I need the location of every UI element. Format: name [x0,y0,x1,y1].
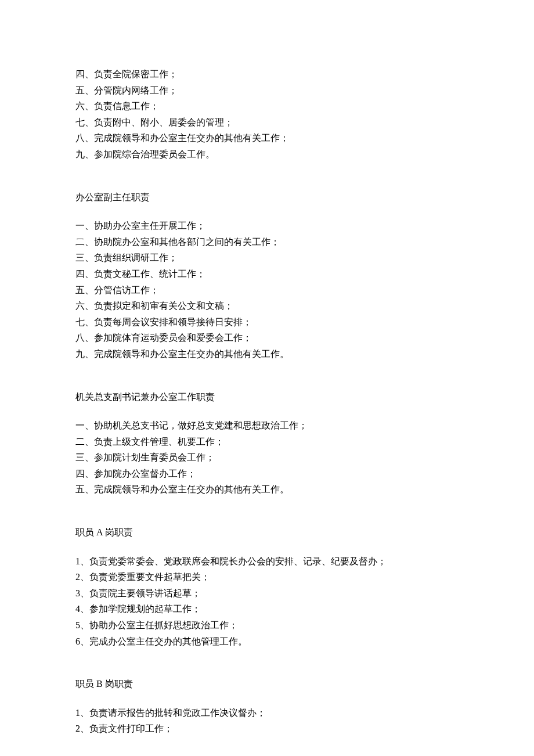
list-item: 5、协助办公室主任抓好思想政治工作； [75,618,459,633]
list-item: 七、负责附中、附小、居委会的管理； [75,115,459,130]
section-4: 职员 A 岗职责 1、负责党委常委会、党政联席会和院长办公会的安排、记录、纪要及… [75,525,459,649]
list-item: 九、完成院领导和办公室主任交办的其他有关工作。 [75,347,459,362]
section-5: 职员 B 岗职责 1、负责请示报告的批转和党政工作决议督办； 2、负责文件打印工… [75,676,459,736]
list-item: 五、完成院领导和办公室主任交办的其他有关工作。 [75,482,459,497]
section-heading: 机关总支副书记兼办公室工作职责 [75,390,459,405]
list-item: 2、负责文件打印工作； [75,721,459,736]
list-item: 五、分管院内网络工作； [75,83,459,98]
list-item: 一、协助办公室主任开展工作； [75,218,459,233]
list-item: 三、参加院计划生育委员会工作； [75,450,459,465]
list-item: 六、负责拟定和初审有关公文和文稿； [75,298,459,314]
list-item: 一、协助机关总支书记，做好总支党建和思想政治工作； [75,418,459,433]
list-item: 3、负责院主要领导讲话起草； [75,586,459,601]
list-item: 6、完成办公室主任交办的其他管理工作。 [75,634,459,649]
list-item: 2、负责党委重要文件起草把关； [75,570,459,585]
section-heading: 职员 B 岗职责 [75,676,459,692]
list-item: 四、参加院办公室督办工作； [75,466,459,481]
list-item: 八、参加院体育运动委员会和爱委会工作； [75,330,459,345]
list-item: 1、负责党委常委会、党政联席会和院长办公会的安排、记录、纪要及督办； [75,554,459,569]
list-item: 八、完成院领导和办公室主任交办的其他有关工作； [75,131,459,146]
list-item: 4、参加学院规划的起草工作； [75,602,459,617]
list-item: 七、负责每周会议安排和领导接待日安排； [75,315,459,330]
list-item: 二、协助院办公室和其他各部门之间的有关工作； [75,235,459,250]
list-item: 1、负责请示报告的批转和党政工作决议督办； [75,705,459,721]
list-item: 九、参加院综合治理委员会工作。 [75,147,459,162]
list-item: 三、负责组织调研工作； [75,250,459,265]
list-item: 六、负责信息工作； [75,99,459,114]
section-3: 机关总支副书记兼办公室工作职责 一、协助机关总支书记，做好总支党建和思想政治工作… [75,390,459,498]
section-2: 办公室副主任职责 一、协助办公室主任开展工作； 二、协助院办公室和其他各部门之间… [75,190,459,362]
list-item: 五、分管信访工作； [75,283,459,298]
list-item: 四、负责文秘工作、统计工作； [75,267,459,282]
section-1-continued: 四、负责全院保密工作； 五、分管院内网络工作； 六、负责信息工作； 七、负责附中… [75,67,459,162]
section-heading: 办公室副主任职责 [75,190,459,205]
list-item: 二、负责上级文件管理、机要工作； [75,434,459,449]
section-heading: 职员 A 岗职责 [75,525,459,540]
list-item: 四、负责全院保密工作； [75,67,459,82]
